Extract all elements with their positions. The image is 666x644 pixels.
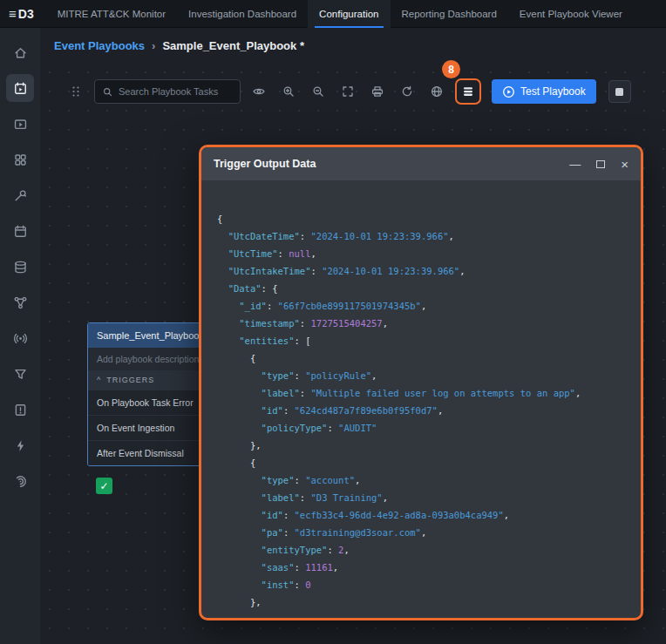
search-box	[94, 79, 241, 104]
modal-body: { "UtcDateTime": "2024-10-01 19:23:39.96…	[201, 180, 641, 620]
automation-bolt-icon[interactable]	[6, 431, 34, 459]
fingerprint-icon[interactable]	[6, 467, 34, 495]
workflow-icon[interactable]	[6, 288, 34, 316]
visibility-eye-icon[interactable]	[248, 80, 270, 103]
modal-title: Trigger Output Data	[214, 158, 569, 170]
top-nav: ≡ D3 MITRE ATT&CK Monitor Investigation …	[0, 0, 666, 28]
sidebar	[0, 28, 40, 644]
globe-icon[interactable]	[425, 80, 448, 103]
breadcrumb: Event Playbooks › Sample_Event_Playbook …	[40, 28, 666, 63]
calendar-icon[interactable]	[6, 217, 34, 245]
nav-item-configuration[interactable]: Configuration	[308, 0, 390, 28]
nav-item-investigation-dashboard[interactable]: Investigation Dashboard	[177, 0, 308, 28]
broadcast-icon[interactable]	[6, 324, 34, 352]
breadcrumb-separator: ›	[152, 39, 155, 52]
search-icon	[102, 86, 113, 98]
zoom-in-icon[interactable]	[277, 80, 300, 103]
breadcrumb-current-playbook: Sample_Event_Playbook *	[162, 39, 304, 52]
modal-header: Trigger Output Data — ×	[201, 147, 641, 180]
breadcrumb-event-playbooks[interactable]: Event Playbooks	[54, 39, 145, 52]
playbook-icon[interactable]	[6, 74, 34, 102]
zoom-out-icon[interactable]	[307, 80, 330, 103]
annotation-step-badge: 8	[442, 60, 460, 78]
stop-icon	[615, 88, 623, 96]
nav-item-reporting-dashboard[interactable]: Reporting Dashboard	[391, 0, 508, 28]
alert-report-icon[interactable]	[6, 396, 34, 424]
maximize-icon[interactable]	[596, 160, 605, 168]
collapse-caret-icon: ^	[97, 376, 101, 384]
main-content: Event Playbooks › Sample_Event_Playbook …	[40, 28, 666, 644]
filter-icon[interactable]	[6, 360, 34, 388]
minimize-icon[interactable]: —	[569, 159, 581, 170]
task-checkbox[interactable]: ✓	[96, 478, 112, 494]
refresh-icon[interactable]	[396, 80, 418, 103]
d3-logo-icon: ≡	[9, 6, 17, 21]
json-code: { "UtcDateTime": "2024-10-01 19:23:39.96…	[217, 210, 625, 611]
playbook-canvas[interactable]: 8 Test Playbook Sample_Event_Playbook Ad…	[40, 63, 666, 644]
integrations-icon[interactable]	[6, 146, 34, 173]
search-input[interactable]	[119, 86, 233, 97]
fit-to-screen-icon[interactable]	[336, 80, 359, 103]
drag-handle-icon[interactable]	[65, 80, 87, 103]
trigger-output-data-icon[interactable]: 8	[455, 78, 481, 105]
d3-logo-text: D3	[18, 7, 34, 21]
triggers-header-label: TRIGGERS	[106, 376, 154, 384]
play-icon	[502, 85, 515, 98]
d3-logo: ≡ D3	[0, 6, 46, 21]
tools-icon[interactable]	[6, 181, 34, 209]
nav-item-event-playbook-viewer[interactable]: Event Playbook Viewer	[508, 0, 634, 28]
canvas-toolbar: 8 Test Playbook	[65, 78, 631, 105]
stop-button[interactable]	[608, 80, 631, 103]
database-icon[interactable]	[6, 253, 34, 281]
nav-item-mitre-attck-monitor[interactable]: MITRE ATT&CK Monitor	[46, 0, 177, 28]
video-player-icon[interactable]	[6, 110, 34, 138]
modal-window-controls: — ×	[569, 158, 629, 171]
test-playbook-label: Test Playbook	[520, 85, 586, 98]
print-icon[interactable]	[366, 80, 389, 103]
close-icon[interactable]: ×	[621, 158, 629, 171]
test-playbook-button[interactable]: Test Playbook	[492, 79, 596, 104]
home-icon[interactable]	[6, 38, 34, 66]
trigger-output-data-modal: Trigger Output Data — × { "UtcDateTime":…	[199, 145, 643, 620]
